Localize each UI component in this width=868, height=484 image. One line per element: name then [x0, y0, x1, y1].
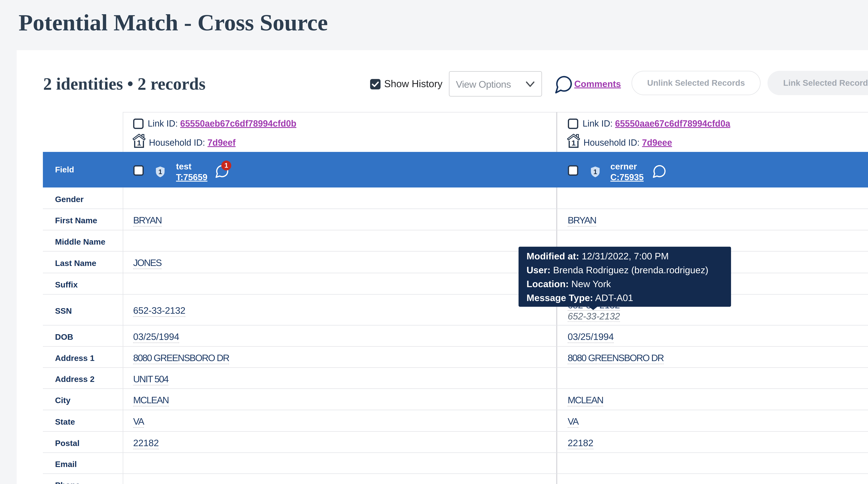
svg-text:1: 1	[593, 168, 597, 176]
svg-text:1: 1	[158, 168, 162, 176]
svg-text:1: 1	[571, 139, 576, 147]
svg-text:1: 1	[137, 139, 141, 147]
